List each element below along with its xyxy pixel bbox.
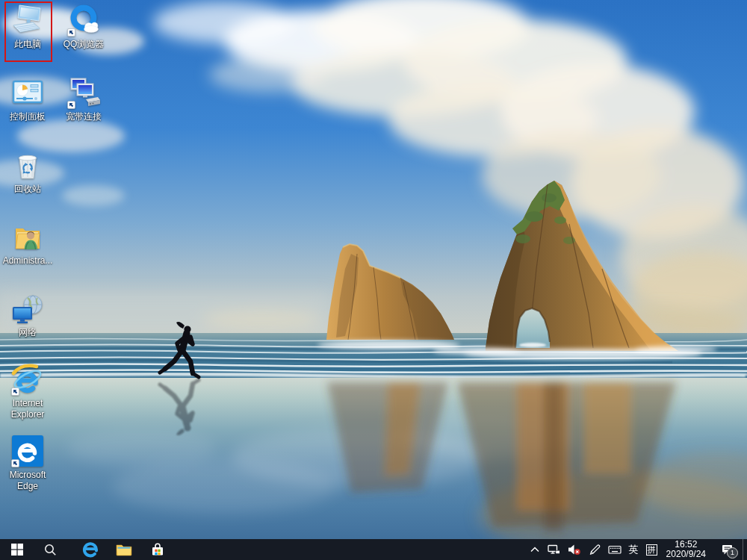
volume-muted-button[interactable] — [564, 539, 585, 560]
taskbar-store-button[interactable] — [140, 539, 174, 560]
desktop-icon-control-panel[interactable]: 控制面板 — [1, 75, 55, 122]
microsoft-store-icon — [150, 542, 165, 557]
desktop-icon-label: 此电脑 — [14, 39, 41, 50]
taskbar-clock[interactable]: 16:52 2020/9/24 — [661, 539, 711, 560]
this-pc-icon — [10, 2, 46, 38]
hidden-icons-chevron-button[interactable] — [526, 539, 544, 560]
shortcut-arrow-icon — [11, 459, 19, 467]
input-language-label: 英 — [629, 543, 639, 556]
desktop-icon-label: 控制面板 — [10, 111, 46, 122]
network-tray-button[interactable] — [544, 539, 564, 560]
desktop-icon-qq-browser[interactable]: QQ浏览器 — [57, 2, 111, 50]
user-folder-icon — [10, 219, 46, 255]
system-tray: 英 拼 16:52 2020/9/24 1 — [526, 539, 747, 560]
start-button[interactable] — [0, 539, 34, 560]
network-icon — [10, 290, 46, 326]
qq-browser-icon — [66, 2, 102, 38]
ime-mode-indicator[interactable]: 拼 — [642, 539, 661, 560]
clock-date: 2020/9/24 — [666, 550, 706, 559]
windows-desktop: 此电脑 QQ浏览器 — [0, 0, 747, 560]
chevron-up-icon — [530, 544, 540, 555]
desktop-icon-label: 网络 — [19, 327, 37, 338]
shortcut-arrow-icon — [11, 388, 19, 396]
volume-muted-icon — [568, 544, 581, 556]
shortcut-arrow-icon — [67, 28, 75, 37]
internet-explorer-icon — [10, 361, 46, 397]
input-language-indicator[interactable]: 英 — [625, 539, 642, 560]
desktop-icon-label: 回收站 — [14, 184, 41, 195]
shortcut-arrow-icon — [67, 101, 75, 109]
microsoft-edge-icon — [10, 433, 46, 469]
desktop-icon-network[interactable]: 网络 — [1, 290, 55, 338]
desktop-icon-label: 宽带连接 — [66, 111, 102, 122]
microsoft-edge-icon — [82, 541, 99, 558]
show-desktop-button[interactable] — [743, 539, 747, 560]
notification-badge: 1 — [727, 547, 738, 559]
desktop-icon-user-folder[interactable]: Administra... — [1, 219, 55, 267]
desktop-wallpaper — [0, 0, 747, 539]
taskbar-edge-button[interactable] — [73, 539, 107, 560]
desktop-icon-this-pc[interactable]: 此电脑 — [1, 2, 55, 50]
desktop-icon-internet-explorer[interactable]: Internet Explorer — [1, 361, 55, 420]
action-center-button[interactable]: 1 — [711, 539, 743, 560]
desktop-icon-broadband[interactable]: 宽带连接 — [57, 75, 111, 122]
desktop-icon-microsoft-edge[interactable]: Microsoft Edge — [1, 433, 55, 492]
desktop-icon-label: Administra... — [3, 255, 53, 267]
search-button[interactable] — [34, 539, 67, 560]
windows-logo-icon — [11, 544, 23, 556]
ime-mode-label: 拼 — [646, 544, 657, 556]
taskbar: 英 拼 16:52 2020/9/24 1 — [0, 539, 747, 560]
file-explorer-icon — [116, 543, 132, 556]
pen-icon — [589, 544, 601, 556]
keyboard-icon — [608, 544, 622, 556]
touch-keyboard-button[interactable] — [604, 539, 625, 560]
desktop-icon-label: QQ浏览器 — [63, 39, 105, 50]
desktop-icon-label: Internet Explorer — [1, 398, 55, 420]
network-icon — [548, 544, 560, 556]
windows-ink-button[interactable] — [585, 539, 604, 560]
desktop-icon-recycle-bin[interactable]: 回收站 — [1, 147, 55, 195]
search-icon — [44, 544, 57, 556]
recycle-bin-icon — [10, 147, 46, 183]
taskbar-file-explorer-button[interactable] — [107, 539, 140, 560]
control-panel-icon — [10, 75, 46, 111]
broadband-connection-icon — [66, 75, 102, 111]
desktop-icon-label: Microsoft Edge — [1, 470, 55, 492]
